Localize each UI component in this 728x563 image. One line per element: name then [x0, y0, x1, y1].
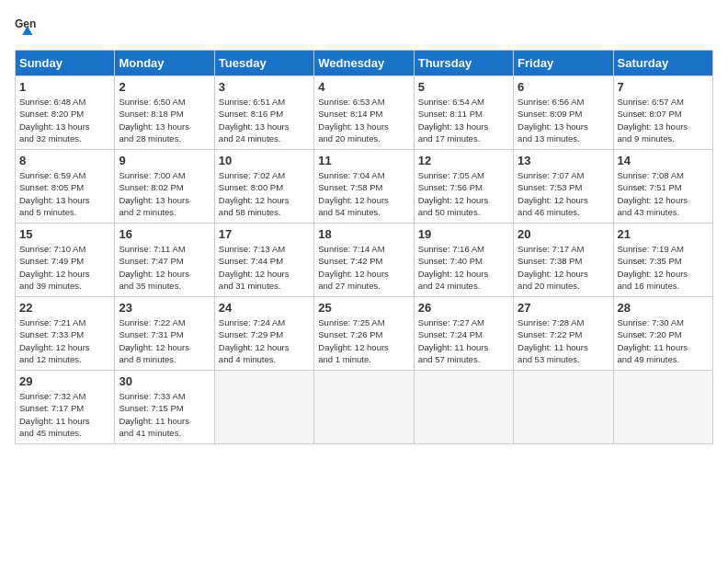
day-detail: Sunrise: 6:51 AM Sunset: 8:16 PM Dayligh… — [219, 96, 310, 144]
day-number: 28 — [618, 301, 709, 315]
day-number: 19 — [418, 227, 509, 241]
day-detail: Sunrise: 7:24 AM Sunset: 7:29 PM Dayligh… — [219, 316, 310, 365]
day-detail: Sunrise: 7:19 AM Sunset: 7:35 PM Dayligh… — [618, 243, 709, 292]
day-detail: Sunrise: 7:17 AM Sunset: 7:38 PM Dayligh… — [518, 243, 609, 292]
day-detail: Sunrise: 6:59 AM Sunset: 8:05 PM Dayligh… — [19, 169, 110, 218]
weekday-header-thursday: Thursday — [414, 51, 513, 76]
day-detail: Sunrise: 7:33 AM Sunset: 7:15 PM Dayligh… — [119, 390, 210, 439]
day-number: 23 — [119, 301, 210, 315]
day-detail: Sunrise: 7:28 AM Sunset: 7:22 PM Dayligh… — [518, 316, 609, 365]
day-number: 13 — [518, 154, 609, 167]
weekday-header-monday: Monday — [115, 51, 214, 76]
calendar-cell-4-3: 24Sunrise: 7:24 AM Sunset: 7:29 PM Dayli… — [214, 297, 313, 371]
day-number: 20 — [518, 227, 609, 241]
svg-text:Gen: Gen — [15, 17, 36, 30]
day-number: 14 — [618, 154, 709, 167]
day-number: 10 — [219, 154, 310, 167]
day-number: 2 — [119, 80, 210, 94]
day-detail: Sunrise: 7:02 AM Sunset: 8:00 PM Dayligh… — [219, 169, 310, 218]
weekday-header-row: SundayMondayTuesdayWednesdayThursdayFrid… — [16, 51, 713, 76]
day-number: 29 — [19, 374, 110, 388]
day-detail: Sunrise: 7:25 AM Sunset: 7:26 PM Dayligh… — [318, 316, 409, 365]
day-number: 25 — [318, 301, 409, 315]
day-number: 17 — [219, 227, 310, 241]
day-number: 12 — [418, 154, 509, 167]
day-detail: Sunrise: 7:05 AM Sunset: 7:56 PM Dayligh… — [418, 169, 509, 218]
calendar-cell-1-1: 1Sunrise: 6:48 AM Sunset: 8:20 PM Daylig… — [16, 76, 115, 150]
logo: Gen — [15, 15, 44, 40]
day-number: 7 — [618, 80, 709, 94]
calendar-cell-1-3: 3Sunrise: 6:51 AM Sunset: 8:16 PM Daylig… — [214, 76, 313, 150]
day-number: 5 — [418, 80, 509, 94]
day-detail: Sunrise: 6:56 AM Sunset: 8:09 PM Dayligh… — [518, 96, 609, 144]
calendar-cell-1-4: 4Sunrise: 6:53 AM Sunset: 8:14 PM Daylig… — [314, 76, 414, 150]
calendar-cell-2-7: 14Sunrise: 7:08 AM Sunset: 7:51 PM Dayli… — [613, 150, 712, 224]
calendar-cell-1-7: 7Sunrise: 6:57 AM Sunset: 8:07 PM Daylig… — [613, 76, 712, 150]
day-number: 8 — [19, 154, 110, 167]
calendar-cell-3-6: 20Sunrise: 7:17 AM Sunset: 7:38 PM Dayli… — [514, 224, 613, 297]
calendar-cell-2-3: 10Sunrise: 7:02 AM Sunset: 8:00 PM Dayli… — [214, 150, 313, 224]
calendar-cell-4-5: 26Sunrise: 7:27 AM Sunset: 7:24 PM Dayli… — [414, 297, 513, 371]
day-number: 6 — [518, 80, 609, 94]
logo-icon: Gen — [15, 15, 40, 40]
day-number: 3 — [219, 80, 310, 94]
day-detail: Sunrise: 7:10 AM Sunset: 7:49 PM Dayligh… — [19, 243, 110, 292]
calendar-cell-1-5: 5Sunrise: 6:54 AM Sunset: 8:11 PM Daylig… — [414, 76, 513, 150]
calendar-week-3: 15Sunrise: 7:10 AM Sunset: 7:49 PM Dayli… — [16, 224, 713, 297]
day-number: 26 — [418, 301, 509, 315]
day-detail: Sunrise: 6:53 AM Sunset: 8:14 PM Dayligh… — [318, 96, 409, 144]
day-detail: Sunrise: 7:21 AM Sunset: 7:33 PM Dayligh… — [19, 316, 110, 365]
day-detail: Sunrise: 6:57 AM Sunset: 8:07 PM Dayligh… — [618, 96, 709, 144]
day-detail: Sunrise: 7:08 AM Sunset: 7:51 PM Dayligh… — [618, 169, 709, 218]
day-detail: Sunrise: 6:54 AM Sunset: 8:11 PM Dayligh… — [418, 96, 509, 144]
day-detail: Sunrise: 7:00 AM Sunset: 8:02 PM Dayligh… — [119, 169, 210, 218]
day-number: 11 — [318, 154, 409, 167]
calendar-cell-5-3 — [214, 371, 313, 444]
calendar-week-5: 29Sunrise: 7:32 AM Sunset: 7:17 PM Dayli… — [16, 371, 713, 444]
calendar-cell-1-6: 6Sunrise: 6:56 AM Sunset: 8:09 PM Daylig… — [514, 76, 613, 150]
day-detail: Sunrise: 7:13 AM Sunset: 7:44 PM Dayligh… — [219, 243, 310, 292]
weekday-header-tuesday: Tuesday — [214, 51, 313, 76]
calendar-cell-4-1: 22Sunrise: 7:21 AM Sunset: 7:33 PM Dayli… — [16, 297, 115, 371]
calendar-week-1: 1Sunrise: 6:48 AM Sunset: 8:20 PM Daylig… — [16, 76, 713, 150]
day-detail: Sunrise: 7:07 AM Sunset: 7:53 PM Dayligh… — [518, 169, 609, 218]
calendar-cell-5-5 — [414, 371, 513, 444]
calendar-cell-4-2: 23Sunrise: 7:22 AM Sunset: 7:31 PM Dayli… — [115, 297, 214, 371]
calendar-cell-4-4: 25Sunrise: 7:25 AM Sunset: 7:26 PM Dayli… — [314, 297, 414, 371]
day-detail: Sunrise: 7:14 AM Sunset: 7:42 PM Dayligh… — [318, 243, 409, 292]
calendar-cell-5-4 — [314, 371, 414, 444]
day-detail: Sunrise: 7:16 AM Sunset: 7:40 PM Dayligh… — [418, 243, 509, 292]
calendar-cell-2-1: 8Sunrise: 6:59 AM Sunset: 8:05 PM Daylig… — [16, 150, 115, 224]
weekday-header-saturday: Saturday — [613, 51, 712, 76]
day-number: 9 — [119, 154, 210, 167]
calendar-cell-3-7: 21Sunrise: 7:19 AM Sunset: 7:35 PM Dayli… — [613, 224, 712, 297]
day-number: 1 — [19, 80, 110, 94]
calendar-body: 1Sunrise: 6:48 AM Sunset: 8:20 PM Daylig… — [16, 76, 713, 444]
day-detail: Sunrise: 7:22 AM Sunset: 7:31 PM Dayligh… — [119, 316, 210, 365]
calendar-cell-2-5: 12Sunrise: 7:05 AM Sunset: 7:56 PM Dayli… — [414, 150, 513, 224]
calendar-cell-2-4: 11Sunrise: 7:04 AM Sunset: 7:58 PM Dayli… — [314, 150, 414, 224]
calendar-cell-5-6 — [514, 371, 613, 444]
calendar-cell-1-2: 2Sunrise: 6:50 AM Sunset: 8:18 PM Daylig… — [115, 76, 214, 150]
day-detail: Sunrise: 7:27 AM Sunset: 7:24 PM Dayligh… — [418, 316, 509, 365]
day-number: 4 — [318, 80, 409, 94]
day-detail: Sunrise: 7:11 AM Sunset: 7:47 PM Dayligh… — [119, 243, 210, 292]
calendar-cell-3-5: 19Sunrise: 7:16 AM Sunset: 7:40 PM Dayli… — [414, 224, 513, 297]
calendar-cell-4-6: 27Sunrise: 7:28 AM Sunset: 7:22 PM Dayli… — [514, 297, 613, 371]
calendar-cell-3-2: 16Sunrise: 7:11 AM Sunset: 7:47 PM Dayli… — [115, 224, 214, 297]
weekday-header-friday: Friday — [514, 51, 613, 76]
day-number: 21 — [618, 227, 709, 241]
day-number: 30 — [119, 374, 210, 388]
day-number: 22 — [19, 301, 110, 315]
calendar-week-4: 22Sunrise: 7:21 AM Sunset: 7:33 PM Dayli… — [16, 297, 713, 371]
day-detail: Sunrise: 6:48 AM Sunset: 8:20 PM Dayligh… — [19, 96, 110, 144]
weekday-header-sunday: Sunday — [16, 51, 115, 76]
calendar-week-2: 8Sunrise: 6:59 AM Sunset: 8:05 PM Daylig… — [16, 150, 713, 224]
calendar-cell-3-4: 18Sunrise: 7:14 AM Sunset: 7:42 PM Dayli… — [314, 224, 414, 297]
day-number: 18 — [318, 227, 409, 241]
calendar-cell-2-2: 9Sunrise: 7:00 AM Sunset: 8:02 PM Daylig… — [115, 150, 214, 224]
calendar-cell-4-7: 28Sunrise: 7:30 AM Sunset: 7:20 PM Dayli… — [613, 297, 712, 371]
calendar-cell-5-7 — [613, 371, 712, 444]
day-detail: Sunrise: 6:50 AM Sunset: 8:18 PM Dayligh… — [119, 96, 210, 144]
day-number: 27 — [518, 301, 609, 315]
